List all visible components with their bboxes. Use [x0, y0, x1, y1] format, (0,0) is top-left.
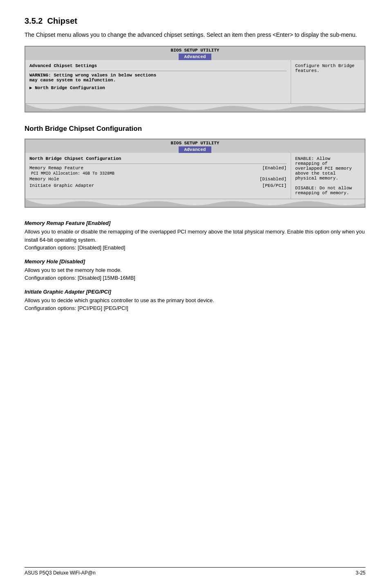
desc-memory-remap: Memory Remap Feature [Enabled] Allows yo…: [25, 220, 365, 252]
bios-title-bar-1: BIOS SETUP UTILITY Advanced: [25, 47, 365, 60]
bios-warning-1: WARNING: Setting wrong values in below s…: [29, 73, 287, 83]
desc-graphic-adapter-title: Initiate Graphic Adapter [PEG/PCI]: [25, 289, 365, 295]
bios-right-panel-1: Configure North Bridge features.: [291, 60, 365, 103]
page-footer: ASUS P5Q3 Deluxe WiFi-AP@n 3-25: [25, 567, 365, 576]
memory-hole-label: Memory Hole: [29, 177, 59, 182]
bios-tab-2: Advanced: [25, 146, 365, 153]
bios-content-1: Advanced Chipset Settings WARNING: Setti…: [25, 60, 365, 103]
bios-left-title-1: Advanced Chipset Settings: [29, 63, 287, 68]
wave-svg-1: [25, 104, 365, 112]
bios-left-panel-1: Advanced Chipset Settings WARNING: Setti…: [25, 60, 291, 103]
bios-row-memory-hole: Memory Hole [Disabled]: [29, 177, 287, 182]
graphic-adapter-value: [PEG/PCI]: [262, 183, 287, 188]
bios-tab-1: Advanced: [25, 53, 365, 60]
bios-right-panel-2: ENABLE: Allow remapping of overlapped PC…: [291, 153, 365, 199]
desc-graphic-adapter: Initiate Graphic Adapter [PEG/PCI] Allow…: [25, 289, 365, 312]
memory-remap-sub: PCI MMIO Allocation: 4GB To 3328MB: [31, 171, 287, 176]
bios-bottom-2: [25, 199, 365, 207]
desc-memory-hole-body: Allows you to set the memory hole mode. …: [25, 266, 365, 282]
wave-svg-2: [25, 199, 365, 207]
bios-utility-title-1: BIOS SETUP UTILITY: [25, 48, 365, 53]
memory-remap-value: [Enabled]: [262, 166, 287, 171]
bios-row-memory-remap: Memory Remap Feature [Enabled]: [29, 166, 287, 171]
footer-left: ASUS P5Q3 Deluxe WiFi-AP@n: [25, 570, 96, 576]
section-title: 3.5.2 Chipset: [25, 16, 365, 26]
desc-memory-hole: Memory Hole [Disabled] Allows you to set…: [25, 258, 365, 282]
footer-right: 3-25: [356, 570, 365, 576]
desc-memory-remap-title: Memory Remap Feature [Enabled]: [25, 220, 365, 226]
bios-box-2: BIOS SETUP UTILITY Advanced North Bridge…: [25, 139, 365, 208]
bios-box-1: BIOS SETUP UTILITY Advanced Advanced Chi…: [25, 46, 365, 112]
intro-paragraph: The Chipset menu allows you to change th…: [25, 31, 365, 39]
bios-left-panel-2: North Bridge Chipset Configuration Memor…: [25, 153, 291, 199]
bios-content-2: North Bridge Chipset Configuration Memor…: [25, 153, 365, 199]
desc-memory-remap-body: Allows you to enable or disable the rema…: [25, 228, 365, 252]
bios-row-graphic-adapter: Initiate Graphic Adapter [PEG/PCI]: [29, 183, 287, 188]
bios-left-title-2: North Bridge Chipset Configuration: [29, 156, 287, 161]
north-bridge-heading: North Bridge Chipset Configuration: [25, 125, 365, 133]
descriptions-container: Memory Remap Feature [Enabled] Allows yo…: [25, 220, 365, 312]
bios-bottom-1: [25, 103, 365, 112]
memory-hole-value: [Disabled]: [260, 177, 287, 182]
memory-remap-label: Memory Remap Feature: [29, 166, 83, 171]
bios-title-bar-2: BIOS SETUP UTILITY Advanced: [25, 139, 365, 153]
bios-menu-item-north-bridge: North Bridge Configuration: [29, 85, 287, 90]
graphic-adapter-label: Initiate Graphic Adapter: [29, 183, 94, 188]
desc-graphic-adapter-body: Allows you to decide which graphics cont…: [25, 296, 365, 312]
bios-right-text-2: ENABLE: Allow remapping of overlapped PC…: [295, 156, 361, 195]
bios-utility-title-2: BIOS SETUP UTILITY: [25, 141, 365, 146]
desc-memory-hole-title: Memory Hole [Disabled]: [25, 258, 365, 265]
